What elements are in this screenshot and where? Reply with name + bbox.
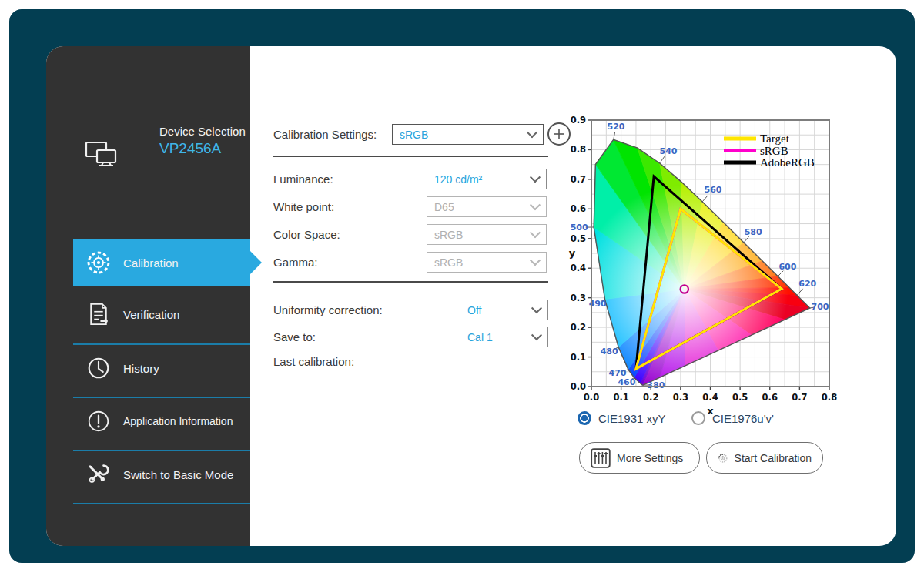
- svg-text:0.0: 0.0: [584, 392, 599, 403]
- svg-text:0.1: 0.1: [571, 352, 586, 363]
- chevron-down-icon: [527, 127, 537, 138]
- svg-text:0.2: 0.2: [571, 322, 586, 333]
- sidebar-separator: [73, 503, 250, 504]
- info-exclamation-icon: [84, 407, 113, 436]
- svg-text:0.2: 0.2: [643, 392, 658, 403]
- svg-text:540: 540: [660, 146, 678, 156]
- svg-text:480: 480: [601, 347, 618, 357]
- sidebar-item-label: Calibration: [123, 256, 179, 270]
- device-monitors-icon: [84, 136, 119, 174]
- svg-text:0.8: 0.8: [571, 144, 586, 155]
- svg-text:580: 580: [745, 227, 762, 237]
- svg-text:0.3: 0.3: [673, 392, 688, 403]
- svg-text:460: 460: [618, 377, 635, 387]
- svg-text:y: y: [569, 247, 576, 259]
- svg-text:0.4: 0.4: [702, 392, 718, 403]
- tools-icon: [84, 460, 113, 489]
- calibration-spinner-icon: [718, 447, 728, 470]
- svg-text:520: 520: [608, 122, 625, 132]
- white-point-label: White point:: [273, 200, 334, 213]
- gamma-dropdown[interactable]: sRGB: [427, 252, 547, 273]
- last-calibration-label: Last calibration:: [273, 355, 354, 368]
- svg-text:0.4: 0.4: [571, 263, 586, 273]
- svg-text:0.6: 0.6: [571, 203, 586, 214]
- svg-text:0.8: 0.8: [822, 392, 837, 403]
- device-model: VP2456A: [159, 140, 221, 157]
- color-space-label: Color Space:: [273, 228, 340, 241]
- chevron-down-icon: [530, 199, 541, 210]
- luminance-label: Luminance:: [273, 172, 333, 186]
- plus-icon: [553, 128, 565, 140]
- active-arrow: [250, 251, 262, 274]
- calibration-target-icon: [84, 248, 113, 277]
- radio-cie1931[interactable]: CIE1931 xyY: [578, 411, 666, 425]
- radio-circle-icon: [578, 411, 591, 425]
- sidebar-item-calibration[interactable]: Calibration: [73, 239, 250, 286]
- svg-text:560: 560: [704, 185, 721, 195]
- calibration-settings-dropdown[interactable]: sRGB: [392, 124, 544, 145]
- chevron-down-icon: [531, 303, 542, 313]
- svg-text:0.7: 0.7: [792, 392, 807, 403]
- sidebar-item-label: Verification: [123, 308, 179, 321]
- luminance-dropdown[interactable]: 120 cd/m²: [427, 169, 547, 189]
- svg-text:600: 600: [778, 262, 796, 272]
- white-point-dropdown[interactable]: D65: [427, 196, 547, 217]
- svg-text:AdobeRGB: AdobeRGB: [760, 156, 815, 169]
- color-space-dropdown[interactable]: sRGB: [427, 224, 547, 245]
- svg-text:0.0: 0.0: [571, 381, 586, 392]
- svg-text:0.5: 0.5: [571, 233, 586, 244]
- svg-text:0.9: 0.9: [571, 115, 586, 126]
- sidebar-item-application-information[interactable]: Application Information: [46, 397, 250, 445]
- uniformity-correction-dropdown[interactable]: Off: [460, 300, 548, 320]
- start-calibration-button[interactable]: Start Calibration: [706, 442, 823, 474]
- chevron-down-icon: [530, 172, 541, 183]
- svg-text:0.6: 0.6: [762, 392, 778, 403]
- save-to-dropdown[interactable]: Cal 1: [460, 327, 548, 347]
- svg-text:sRGB: sRGB: [760, 145, 788, 157]
- sidebar-item-label: Switch to Basic Mode: [123, 468, 233, 481]
- svg-text:Target: Target: [760, 132, 790, 145]
- svg-text:380: 380: [647, 380, 665, 390]
- clock-icon: [84, 353, 113, 383]
- sidebar-item-label: History: [123, 362, 159, 375]
- gamma-label: Gamma:: [273, 256, 318, 269]
- window-frame: Device Selection VP2456A: [9, 9, 915, 563]
- chevron-down-icon: [530, 227, 541, 238]
- sidebar: Device Selection VP2456A: [46, 46, 250, 546]
- calibration-settings-label: Calibration Settings:: [273, 128, 377, 141]
- svg-text:700: 700: [812, 302, 829, 312]
- sidebar-item-verification[interactable]: Verification: [46, 290, 250, 338]
- app-window: Device Selection VP2456A: [0, 0, 924, 576]
- svg-text:0.3: 0.3: [571, 293, 586, 303]
- svg-text:0.5: 0.5: [732, 392, 748, 403]
- radio-cie1976[interactable]: CIE1976u'v': [691, 411, 774, 425]
- save-to-label: Save to:: [273, 330, 316, 343]
- svg-text:620: 620: [798, 279, 816, 289]
- chevron-down-icon: [531, 330, 542, 340]
- sidebar-item-label: Application Information: [123, 415, 233, 427]
- document-arrow-icon: [84, 300, 113, 329]
- more-settings-button[interactable]: More Settings: [579, 442, 700, 474]
- form-divider: [273, 156, 548, 157]
- svg-text:0.7: 0.7: [571, 174, 586, 185]
- svg-text:0.1: 0.1: [613, 392, 628, 403]
- device-selection-title: Device Selection: [159, 125, 246, 138]
- sliders-icon: [591, 448, 611, 468]
- radio-circle-icon: [691, 411, 705, 425]
- form-divider: [273, 281, 548, 283]
- svg-text:500: 500: [571, 223, 588, 233]
- sidebar-item-history[interactable]: History: [46, 344, 250, 392]
- uniformity-correction-label: Uniformity correction:: [273, 303, 383, 316]
- sidebar-item-switch-basic-mode[interactable]: Switch to Basic Mode: [46, 450, 250, 498]
- main-panel: Device Selection VP2456A: [46, 46, 896, 546]
- chromaticity-chart: 5205405605806006207005004904804704603800…: [567, 112, 853, 420]
- chevron-down-icon: [530, 255, 541, 266]
